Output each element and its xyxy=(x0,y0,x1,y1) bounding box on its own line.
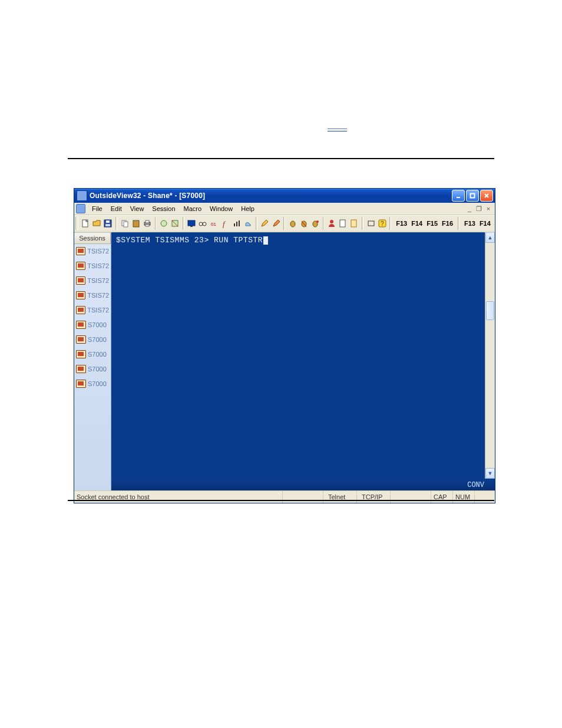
binary-icon[interactable]: 01 xyxy=(209,217,220,230)
session-label: TSIS72 xyxy=(87,292,109,299)
box-icon[interactable] xyxy=(365,217,376,230)
session-icon xyxy=(76,380,86,388)
mdi-restore-button[interactable]: ❐ xyxy=(474,205,484,213)
session-icon xyxy=(76,291,85,299)
sessions-header[interactable]: Sessions xyxy=(74,232,111,244)
menu-macro[interactable]: Macro xyxy=(180,204,206,213)
page-link[interactable]: ——— xyxy=(328,124,347,131)
fkey-f13a[interactable]: F13 xyxy=(395,220,408,227)
titlebar[interactable]: OutsideView32 - Shane* - [S7000] xyxy=(74,189,495,203)
svg-rect-26 xyxy=(236,222,237,226)
fkey-f13b[interactable]: F13 xyxy=(463,220,477,227)
print-icon[interactable] xyxy=(141,217,153,230)
session-icon xyxy=(76,365,86,373)
session-item[interactable]: TSIS72 xyxy=(74,244,111,259)
minimize-button[interactable] xyxy=(452,190,465,202)
scroll-thumb[interactable] xyxy=(486,301,494,320)
svg-rect-13 xyxy=(146,220,149,223)
scroll-up-icon[interactable]: ▲ xyxy=(485,232,495,243)
doc-icon[interactable] xyxy=(338,217,349,230)
fkey-f14a[interactable]: F14 xyxy=(410,220,424,227)
mdi-close-button[interactable]: × xyxy=(484,205,493,213)
function-icon[interactable]: f xyxy=(220,217,231,230)
menu-view[interactable]: View xyxy=(126,204,148,213)
menu-window[interactable]: Window xyxy=(206,204,237,213)
screen-icon[interactable] xyxy=(186,217,197,230)
mdi-minimize-button[interactable]: _ xyxy=(465,205,474,213)
session-item[interactable]: TSIS72 xyxy=(74,259,111,274)
menu-file[interactable]: File xyxy=(88,204,107,213)
status-cell-6 xyxy=(474,491,495,503)
scroll-down-icon[interactable]: ▼ xyxy=(485,468,495,479)
app-window: OutsideView32 - Shane* - [S7000] File Ed… xyxy=(74,188,495,503)
menu-session[interactable]: Session xyxy=(148,204,179,213)
svg-rect-25 xyxy=(234,223,235,226)
weather-icon[interactable] xyxy=(243,217,254,230)
session-label: TSIS72 xyxy=(87,307,109,314)
status-cell-telnet: Telnet xyxy=(323,491,356,503)
page-icon[interactable] xyxy=(349,217,360,230)
svg-point-20 xyxy=(199,222,203,226)
bug3-icon[interactable] xyxy=(309,217,320,230)
svg-text:?: ? xyxy=(381,220,384,227)
menu-help[interactable]: Help xyxy=(237,204,259,213)
disconnect-icon[interactable] xyxy=(170,217,181,230)
session-icon xyxy=(76,276,85,285)
session-item[interactable]: S7000 xyxy=(74,362,111,377)
svg-rect-27 xyxy=(239,220,240,226)
svg-point-33 xyxy=(330,220,333,223)
hr-bottom xyxy=(68,500,494,501)
session-label: TSIS72 xyxy=(87,262,109,269)
session-label: S7000 xyxy=(88,336,107,343)
menu-edit[interactable]: Edit xyxy=(107,204,126,213)
session-item[interactable]: S7000 xyxy=(74,332,111,347)
session-item[interactable]: TSIS72 xyxy=(74,274,111,288)
pencil2-icon[interactable] xyxy=(270,217,282,230)
svg-rect-7 xyxy=(105,224,110,226)
svg-rect-11 xyxy=(135,220,137,222)
mdi-icon xyxy=(76,204,85,213)
session-icon xyxy=(76,321,86,329)
svg-text:01: 01 xyxy=(211,222,216,227)
session-item[interactable]: S7000 xyxy=(74,318,111,332)
pencil1-icon[interactable] xyxy=(259,217,270,230)
session-item[interactable]: TSIS72 xyxy=(74,303,111,318)
session-icon xyxy=(76,247,85,255)
person-icon[interactable] xyxy=(326,217,337,230)
session-item[interactable]: S7000 xyxy=(74,347,111,362)
terminal-line: $SYSTEM TSISMMS 23> RUN TPTSTR xyxy=(116,236,263,245)
save-icon[interactable] xyxy=(103,217,114,230)
close-button[interactable] xyxy=(480,190,493,202)
fkey-f15a[interactable]: F15 xyxy=(425,220,439,227)
terminal[interactable]: $SYSTEM TSISMMS 23> RUN TPTSTR xyxy=(111,232,495,480)
session-icon xyxy=(76,350,86,358)
cursor xyxy=(263,236,268,245)
svg-rect-14 xyxy=(146,225,149,226)
menubar: File Edit View Session Macro Window Help… xyxy=(74,203,495,215)
chart-icon[interactable] xyxy=(231,217,242,230)
new-icon[interactable] xyxy=(80,217,91,230)
help-icon[interactable]: ? xyxy=(376,217,388,230)
fkey-f14b[interactable]: F14 xyxy=(478,220,492,227)
bug2-icon[interactable] xyxy=(298,217,309,230)
copy-icon[interactable] xyxy=(119,217,130,230)
status-cell-3 xyxy=(390,491,431,503)
bug1-icon[interactable] xyxy=(287,217,298,230)
session-item[interactable]: S7000 xyxy=(74,377,111,391)
glasses-icon[interactable] xyxy=(197,217,209,230)
session-label: S7000 xyxy=(88,380,107,387)
sessions-panel: Sessions TSIS72TSIS72TSIS72TSIS72TSIS72S… xyxy=(74,232,111,490)
vertical-scrollbar[interactable]: ▲ ▼ xyxy=(485,232,495,479)
session-item[interactable]: TSIS72 xyxy=(74,288,111,303)
connect-icon[interactable] xyxy=(158,217,169,230)
fkey-f16a[interactable]: F16 xyxy=(441,220,454,227)
paste-icon[interactable] xyxy=(130,217,141,230)
session-label: S7000 xyxy=(88,351,107,358)
svg-rect-9 xyxy=(124,222,128,227)
status-cell-tcpip: TCP/IP xyxy=(356,491,390,503)
maximize-button[interactable] xyxy=(466,190,479,202)
app-icon xyxy=(77,190,87,201)
terminal-mode: CONV xyxy=(467,481,484,489)
svg-point-28 xyxy=(290,221,295,227)
open-icon[interactable] xyxy=(91,217,103,230)
